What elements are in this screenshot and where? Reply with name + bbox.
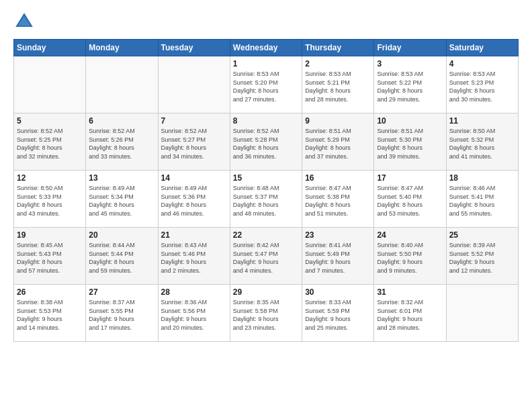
day-number: 16 [305, 173, 371, 183]
calendar-cell: 22Sunrise: 8:42 AM Sunset: 5:47 PM Dayli… [230, 228, 302, 285]
calendar-cell: 30Sunrise: 8:33 AM Sunset: 5:59 PM Dayli… [302, 285, 374, 342]
weekday-header: Sunday [14, 40, 86, 56]
day-info: Sunrise: 8:47 AM Sunset: 5:40 PM Dayligh… [377, 184, 443, 218]
day-info: Sunrise: 8:53 AM Sunset: 5:23 PM Dayligh… [449, 70, 515, 103]
page: SundayMondayTuesdayWednesdayThursdayFrid… [0, 0, 532, 411]
calendar-cell: 13Sunrise: 8:49 AM Sunset: 5:34 PM Dayli… [86, 171, 158, 228]
calendar-table: SundayMondayTuesdayWednesdayThursdayFrid… [13, 39, 519, 342]
calendar-cell [158, 56, 230, 113]
day-info: Sunrise: 8:41 AM Sunset: 5:49 PM Dayligh… [305, 241, 371, 275]
calendar-cell [86, 56, 158, 113]
day-info: Sunrise: 8:39 AM Sunset: 5:52 PM Dayligh… [449, 241, 515, 275]
day-info: Sunrise: 8:49 AM Sunset: 5:36 PM Dayligh… [161, 184, 227, 218]
day-number: 15 [233, 173, 299, 183]
weekday-header: Saturday [446, 40, 518, 56]
calendar-cell: 29Sunrise: 8:35 AM Sunset: 5:58 PM Dayli… [230, 285, 302, 342]
day-number: 27 [89, 287, 154, 297]
day-info: Sunrise: 8:52 AM Sunset: 5:25 PM Dayligh… [17, 127, 83, 161]
calendar-cell: 5Sunrise: 8:52 AM Sunset: 5:25 PM Daylig… [14, 113, 86, 171]
day-number: 28 [161, 287, 227, 297]
calendar-cell: 18Sunrise: 8:46 AM Sunset: 5:41 PM Dayli… [446, 171, 518, 228]
day-number: 7 [161, 116, 227, 126]
day-number: 31 [377, 287, 443, 297]
calendar-cell: 24Sunrise: 8:40 AM Sunset: 5:50 PM Dayli… [374, 228, 446, 285]
calendar-cell: 26Sunrise: 8:38 AM Sunset: 5:53 PM Dayli… [14, 285, 86, 342]
day-number: 22 [233, 230, 299, 240]
calendar-cell: 23Sunrise: 8:41 AM Sunset: 5:49 PM Dayli… [302, 228, 374, 285]
day-number: 9 [305, 116, 371, 126]
day-info: Sunrise: 8:50 AM Sunset: 5:33 PM Dayligh… [17, 184, 83, 218]
day-number: 30 [305, 287, 371, 297]
calendar-cell: 1Sunrise: 8:53 AM Sunset: 5:20 PM Daylig… [230, 56, 302, 113]
day-number: 1 [233, 59, 299, 68]
day-info: Sunrise: 8:53 AM Sunset: 5:21 PM Dayligh… [305, 70, 371, 103]
logo [13, 11, 38, 32]
day-info: Sunrise: 8:50 AM Sunset: 5:32 PM Dayligh… [449, 127, 515, 161]
calendar-cell: 4Sunrise: 8:53 AM Sunset: 5:23 PM Daylig… [446, 56, 518, 113]
calendar-cell: 9Sunrise: 8:51 AM Sunset: 5:29 PM Daylig… [302, 113, 374, 171]
day-info: Sunrise: 8:33 AM Sunset: 5:59 PM Dayligh… [305, 298, 371, 332]
day-info: Sunrise: 8:51 AM Sunset: 5:29 PM Dayligh… [305, 127, 371, 161]
calendar-week-row: 5Sunrise: 8:52 AM Sunset: 5:25 PM Daylig… [14, 113, 519, 171]
calendar-cell: 7Sunrise: 8:52 AM Sunset: 5:27 PM Daylig… [158, 113, 230, 171]
day-info: Sunrise: 8:51 AM Sunset: 5:30 PM Dayligh… [377, 127, 443, 161]
day-info: Sunrise: 8:37 AM Sunset: 5:55 PM Dayligh… [89, 298, 154, 332]
calendar-cell: 31Sunrise: 8:32 AM Sunset: 6:01 PM Dayli… [374, 285, 446, 342]
weekday-header: Thursday [302, 40, 374, 56]
weekday-header: Wednesday [230, 40, 302, 56]
calendar-cell: 3Sunrise: 8:53 AM Sunset: 5:22 PM Daylig… [374, 56, 446, 113]
day-info: Sunrise: 8:52 AM Sunset: 5:28 PM Dayligh… [233, 127, 299, 161]
day-number: 24 [377, 230, 443, 240]
day-info: Sunrise: 8:42 AM Sunset: 5:47 PM Dayligh… [233, 241, 299, 275]
calendar-week-row: 12Sunrise: 8:50 AM Sunset: 5:33 PM Dayli… [14, 171, 519, 228]
calendar-week-row: 1Sunrise: 8:53 AM Sunset: 5:20 PM Daylig… [14, 56, 519, 113]
calendar-cell: 27Sunrise: 8:37 AM Sunset: 5:55 PM Dayli… [86, 285, 158, 342]
calendar-cell: 10Sunrise: 8:51 AM Sunset: 5:30 PM Dayli… [374, 113, 446, 171]
day-number: 3 [377, 59, 443, 68]
calendar-cell [14, 56, 86, 113]
day-number: 20 [89, 230, 154, 240]
day-number: 25 [449, 230, 515, 240]
day-info: Sunrise: 8:44 AM Sunset: 5:44 PM Dayligh… [89, 241, 154, 275]
calendar-cell: 16Sunrise: 8:47 AM Sunset: 5:38 PM Dayli… [302, 171, 374, 228]
day-info: Sunrise: 8:40 AM Sunset: 5:50 PM Dayligh… [377, 241, 443, 275]
day-info: Sunrise: 8:53 AM Sunset: 5:22 PM Dayligh… [377, 70, 443, 103]
day-info: Sunrise: 8:48 AM Sunset: 5:37 PM Dayligh… [233, 184, 299, 218]
calendar-cell [446, 285, 518, 342]
day-info: Sunrise: 8:46 AM Sunset: 5:41 PM Dayligh… [449, 184, 515, 218]
day-info: Sunrise: 8:38 AM Sunset: 5:53 PM Dayligh… [17, 298, 83, 332]
calendar-cell: 19Sunrise: 8:45 AM Sunset: 5:43 PM Dayli… [14, 228, 86, 285]
weekday-header: Monday [86, 40, 158, 56]
day-number: 4 [449, 59, 515, 68]
day-number: 5 [17, 116, 83, 126]
day-number: 2 [305, 59, 371, 68]
calendar-cell: 21Sunrise: 8:43 AM Sunset: 5:46 PM Dayli… [158, 228, 230, 285]
day-number: 18 [449, 173, 515, 183]
header [13, 11, 519, 32]
day-number: 12 [17, 173, 83, 183]
day-info: Sunrise: 8:49 AM Sunset: 5:34 PM Dayligh… [89, 184, 154, 218]
day-number: 13 [89, 173, 154, 183]
day-info: Sunrise: 8:43 AM Sunset: 5:46 PM Dayligh… [161, 241, 227, 275]
weekday-header: Tuesday [158, 40, 230, 56]
day-info: Sunrise: 8:45 AM Sunset: 5:43 PM Dayligh… [17, 241, 83, 275]
day-info: Sunrise: 8:53 AM Sunset: 5:20 PM Dayligh… [233, 70, 299, 103]
day-info: Sunrise: 8:36 AM Sunset: 5:56 PM Dayligh… [161, 298, 227, 332]
calendar-cell: 20Sunrise: 8:44 AM Sunset: 5:44 PM Dayli… [86, 228, 158, 285]
day-number: 8 [233, 116, 299, 126]
day-number: 26 [17, 287, 83, 297]
day-info: Sunrise: 8:35 AM Sunset: 5:58 PM Dayligh… [233, 298, 299, 332]
calendar-week-row: 19Sunrise: 8:45 AM Sunset: 5:43 PM Dayli… [14, 228, 519, 285]
calendar-cell: 6Sunrise: 8:52 AM Sunset: 5:26 PM Daylig… [86, 113, 158, 171]
day-number: 10 [377, 116, 443, 126]
calendar-week-row: 26Sunrise: 8:38 AM Sunset: 5:53 PM Dayli… [14, 285, 519, 342]
day-info: Sunrise: 8:32 AM Sunset: 6:01 PM Dayligh… [377, 298, 443, 332]
day-number: 19 [17, 230, 83, 240]
calendar-cell: 28Sunrise: 8:36 AM Sunset: 5:56 PM Dayli… [158, 285, 230, 342]
calendar-cell: 11Sunrise: 8:50 AM Sunset: 5:32 PM Dayli… [446, 113, 518, 171]
day-info: Sunrise: 8:52 AM Sunset: 5:27 PM Dayligh… [161, 127, 227, 161]
calendar-cell: 25Sunrise: 8:39 AM Sunset: 5:52 PM Dayli… [446, 228, 518, 285]
day-number: 11 [449, 116, 515, 126]
day-number: 6 [89, 116, 154, 126]
day-info: Sunrise: 8:47 AM Sunset: 5:38 PM Dayligh… [305, 184, 371, 218]
